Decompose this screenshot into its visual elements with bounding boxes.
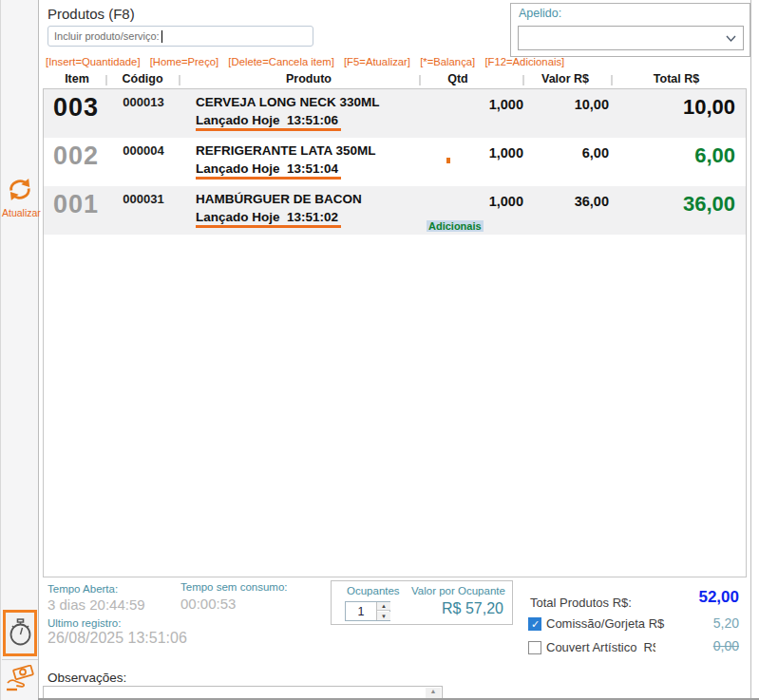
ocupantes-value: 1 [346,605,376,618]
table-row[interactable]: 003 000013 CERVEJA LONG NECK 330ML Lança… [44,89,746,138]
hotkey-delete: [Delete=Cancela item] [228,56,333,67]
tempo-aberta-value: 3 dias 20:44:59 [47,596,145,613]
hotkey-insert: [Insert=Quantidade] [46,56,141,67]
ultimo-registro-label: Ultimo registro: [47,617,121,629]
ocupantes-label: Ocupantes [347,585,400,596]
tempo-aberta-label: Tempo Aberta: [47,583,118,595]
total-produtos-value: 52,00 [655,588,739,607]
adicionais-badge[interactable]: Adicionais [427,220,484,232]
stepper-buttons: ▲ ▼ [376,602,389,620]
row-item-number: 002 [53,142,99,171]
comissao-label: Comissão/Gorjeta R$ [546,616,664,631]
refresh-icon [6,189,34,205]
col-header-valor[interactable]: Valor R$ [527,72,603,87]
hotkey-f12: [F12=Adicionais] [484,56,564,67]
sidebar: Atualizar [0,0,39,700]
column-grip [611,75,613,85]
row-codigo: 000013 [112,95,175,109]
tempo-sem-consumo-label: Tempo sem consumo: [180,581,288,593]
chevron-down-icon [726,35,736,43]
column-grip [179,75,180,85]
observacoes-label: Observações: [47,671,126,685]
stopwatch-icon [9,617,32,650]
page-title: Produtos (F8) [47,6,135,22]
comissao-checkbox[interactable] [528,617,541,631]
apelido-label: Apelido: [519,7,561,20]
hotkey-home: [Home=Preço] [150,56,219,67]
row-total: 36,00 [545,192,735,217]
atualizar-label: Atualizar [2,207,37,218]
stepper-up-button[interactable]: ▲ [377,602,390,611]
table-row[interactable]: 002 000004 REFRIGERANTE LATA 350ML Lança… [44,138,746,186]
ultimo-registro-value: 26/08/2025 13:51:06 [47,630,187,647]
row-product: REFRIGERANTE LATA 350ML Lançado Hoje 13:… [196,142,376,180]
col-header-item[interactable]: Item [47,72,106,87]
row-product: CERVEJA LONG NECK 330ML Lançado Hoje 13:… [196,93,380,131]
row-product-name: HAMBÚRGUER DE BACON [196,192,362,206]
row-codigo: 000031 [112,192,175,206]
produtos-window: Atualizar [0,0,759,700]
apelido-select[interactable] [518,26,744,50]
product-search-placeholder: Incluir produto/serviço: [54,30,160,42]
col-header-produto[interactable]: Produto [190,72,427,87]
couvert-value: 0,00 [655,638,739,653]
ocupantes-groupbox: Ocupantes 1 ▲ ▼ Valor por Ocupante R$ 57… [331,580,513,625]
atualizar-button[interactable]: Atualizar [2,177,37,218]
row-product-name: REFRIGERANTE LATA 350ML [196,143,376,158]
product-list-panel: 003 000013 CERVEJA LONG NECK 330ML Lança… [43,88,747,577]
col-header-total[interactable]: Total R$ [638,72,714,87]
ocupantes-stepper[interactable]: 1 ▲ ▼ [345,601,390,621]
hotkey-balanca: [*=Balança] [420,56,475,67]
panel-right-border [750,0,751,700]
row-lancamento: Lançado Hoje 13:51:04 [196,161,341,180]
valor-por-ocupante-value: R$ 57,20 [442,600,503,617]
sidebar-divider [2,659,38,660]
apelido-groupbox: Apelido: [510,3,750,57]
tempo-sem-consumo-value: 00:00:53 [180,596,236,612]
row-lancamento: Lançado Hoje 13:51:06 [196,113,341,132]
stepper-down-button[interactable]: ▼ [377,612,390,620]
row-product: HAMBÚRGUER DE BACON Lançado Hoje 13:51:0… [196,190,362,228]
col-header-codigo[interactable]: Código [112,72,173,87]
pagamento-button[interactable] [3,663,37,699]
row-item-number: 003 [53,93,99,123]
hotkey-f5: [F5=Atualizar] [344,56,410,67]
comissao-value: 5,20 [655,615,739,631]
hotkey-hints: [Insert=Quantidade] [Home=Preço] [Delete… [46,56,571,67]
row-total: 10,00 [545,95,735,120]
text-caret [161,30,162,43]
column-grip [522,75,524,85]
row-product-name: CERVEJA LONG NECK 330ML [196,95,380,109]
row-total: 6,00 [545,143,735,168]
stopwatch-button[interactable] [3,610,37,656]
valor-por-ocupante-label: Valor por Ocupante [411,585,505,596]
row-lancamento: Lançado Hoje 13:51:02 [196,210,341,229]
column-grip [105,75,107,85]
row-codigo: 000004 [112,143,175,158]
couvert-checkbox[interactable] [528,641,541,654]
couvert-label: Couvert Artístico R$: [546,640,663,654]
total-produtos-label: Total Produtos R$: [530,596,632,610]
product-search-input[interactable]: Incluir produto/serviço: [47,26,313,47]
row-item-number: 001 [53,190,99,219]
col-header-qtd[interactable]: Qtd [427,72,488,87]
table-row[interactable]: 001 000031 HAMBÚRGUER DE BACON Lançado H… [44,186,746,235]
money-hand-icon [5,665,35,697]
column-grip [419,75,421,85]
